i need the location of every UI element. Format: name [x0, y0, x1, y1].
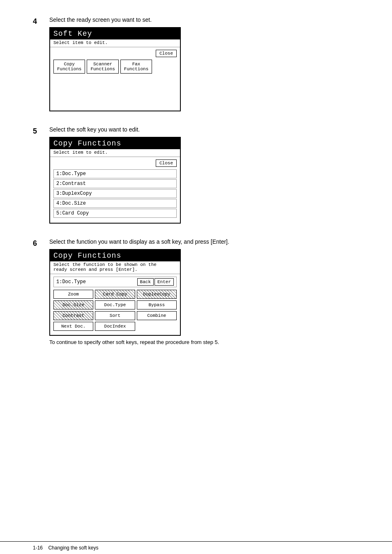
step-6-back-button[interactable]: Back: [137, 278, 154, 286]
step-6-btn-next-doc[interactable]: Next Doc.: [53, 322, 93, 331]
step-6-btn-sort[interactable]: Sort: [95, 311, 135, 320]
step-4-fax-functions-button[interactable]: FaxFunctions: [120, 60, 152, 74]
step-5-dialog-subtitle: Select item to edit.: [50, 149, 180, 157]
step-6-btn-bypass[interactable]: Bypass: [137, 300, 177, 309]
step-4-body: Select the ready screen you want to set.…: [49, 16, 359, 111]
step-6-continuation: To continue to specify other soft keys, …: [49, 339, 359, 345]
step-6-nav-buttons: Back Enter: [137, 278, 174, 286]
step-5-list-item-3[interactable]: 3:DuplexCopy: [53, 189, 177, 198]
step-4-dialog-title: Soft Key: [50, 28, 180, 39]
step-6-selected-label: 1:Doc.Type: [56, 279, 86, 285]
step-5-list-item-5[interactable]: 5:Card Copy: [53, 209, 177, 218]
step-6-btn-zoom[interactable]: Zoom: [53, 290, 93, 299]
step-4-button-row: CopyFunctions ScannerFunctions FaxFuncti…: [53, 60, 177, 74]
step-6-btn-contrast[interactable]: Contrast: [53, 311, 93, 320]
step-5-list: 1:Doc.Type 2:Contrast 3:DuplexCopy 4:Doc…: [53, 169, 177, 218]
step-4-copy-functions-button[interactable]: CopyFunctions: [53, 60, 85, 74]
step-5-list-item-4[interactable]: 4:Doc.Size: [53, 199, 177, 208]
step-6-dialog-title: Copy Functions: [50, 250, 180, 261]
step-4-number: 4: [33, 17, 43, 26]
step-6-grid: Zoom Card Copy DuplexCopy Doc.Size Doc.T…: [53, 290, 177, 331]
step-6-btn-doc-size[interactable]: Doc.Size: [53, 300, 93, 309]
step-4-scanner-functions-button[interactable]: ScannerFunctions: [87, 60, 118, 74]
step-6-dialog-subtitle: Select the function to be shown on the r…: [50, 261, 180, 274]
page-content: 4 Select the ready screen you want to se…: [0, 0, 392, 385]
step-5-dialog: Copy Functions Select item to edit. Clos…: [49, 137, 181, 224]
step-5-dialog-body: Close 1:Doc.Type 2:Contrast 3:DuplexCopy…: [50, 157, 180, 223]
step-4-description: Select the ready screen you want to set.: [49, 16, 359, 23]
step-6-block: 6 Select the function you want to displa…: [33, 238, 359, 345]
footer-page-ref: 1-16: [33, 545, 43, 551]
step-6-body: Select the function you want to display …: [49, 238, 359, 345]
step-5-list-item-2[interactable]: 2:Contrast: [53, 179, 177, 188]
step-4-dialog-subtitle: Select item to edit.: [50, 39, 180, 47]
step-6-btn-combine[interactable]: Combine: [137, 311, 177, 320]
step-5-description: Select the soft key you want to edit.: [49, 126, 359, 133]
step-6-description: Select the function you want to display …: [49, 238, 359, 245]
step-6-selected-item: 1:Doc.Type Back Enter: [53, 277, 177, 287]
step-6-enter-button[interactable]: Enter: [154, 278, 174, 286]
footer-spacer: [43, 545, 48, 551]
step-5-body: Select the soft key you want to edit. Co…: [49, 126, 359, 224]
footer-text: Changing the soft keys: [48, 545, 98, 551]
step-6-dialog-body: 1:Doc.Type Back Enter Zoom Card Copy Dup…: [50, 274, 180, 335]
page-footer: 1-16 Changing the soft keys: [0, 541, 392, 554]
step-4-close-button[interactable]: Close: [156, 50, 177, 57]
step-4-dialog: Soft Key Select item to edit. Close Copy…: [49, 27, 181, 111]
step-5-number: 5: [33, 127, 43, 136]
step-6-btn-card-copy[interactable]: Card Copy: [95, 290, 135, 299]
step-6-btn-duplex-copy[interactable]: DuplexCopy: [137, 290, 177, 299]
step-5-block: 5 Select the soft key you want to edit. …: [33, 126, 359, 224]
step-6-number: 6: [33, 239, 43, 248]
step-6-dialog: Copy Functions Select the function to be…: [49, 249, 181, 336]
step-5-list-item-1[interactable]: 1:Doc.Type: [53, 169, 177, 178]
step-4-close-row: Close: [53, 50, 177, 57]
step-4-block: 4 Select the ready screen you want to se…: [33, 16, 359, 111]
step-5-close-row: Close: [53, 159, 177, 167]
step-6-btn-docindex[interactable]: DocIndex: [95, 322, 135, 331]
step-4-dialog-body: Close CopyFunctions ScannerFunctions Fax…: [50, 47, 180, 111]
step-5-close-button[interactable]: Close: [156, 159, 177, 167]
step-5-dialog-title: Copy Functions: [50, 138, 180, 149]
step-6-btn-doc-type[interactable]: Doc.Type: [95, 300, 135, 309]
